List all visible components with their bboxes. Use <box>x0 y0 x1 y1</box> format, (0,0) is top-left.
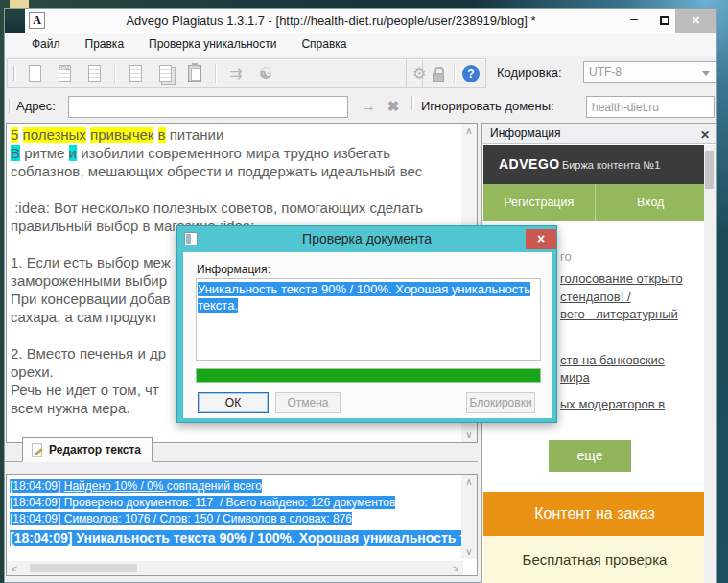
scrollbar-thumb[interactable] <box>30 564 137 572</box>
advego-nav: Регистрация Вход <box>483 184 706 221</box>
toolbar: ⇉ ☯ ⚙ ? Кодировка: UTF-8 <box>5 56 716 91</box>
edit-page-icon <box>32 443 42 456</box>
progress-bar <box>196 368 541 383</box>
window-title: Advego Plagiatus 1.3.1.7 - [http://healt… <box>48 9 614 33</box>
menu-item-3[interactable]: Проверка уникальности <box>149 37 276 51</box>
scroll-right-icon[interactable]: > <box>448 563 463 574</box>
news-link[interactable]: вего - литературный <box>560 307 678 321</box>
dialog-body: Информация: Уникальность текста 90% / 10… <box>183 252 552 418</box>
register-link[interactable]: Регистрация <box>483 184 595 221</box>
info-panel-title: Информация <box>490 127 560 140</box>
quick-check-button[interactable]: ⇉ <box>224 62 247 85</box>
editor-line <box>11 180 459 198</box>
help-button[interactable]: ? <box>462 62 480 85</box>
close-icon: × <box>537 231 545 246</box>
log-horizontal-scrollbar[interactable]: < > <box>7 561 463 575</box>
dialog-close-button[interactable]: × <box>526 229 556 249</box>
lock-icon <box>433 73 444 82</box>
news-link[interactable]: стендапов! / <box>560 290 631 304</box>
app-icon: A <box>29 12 45 29</box>
chevron-down-icon <box>702 71 710 76</box>
go-button[interactable]: → <box>358 96 379 117</box>
news-link[interactable]: ств на банковские <box>560 353 665 367</box>
address-label: Адрес: <box>16 99 56 113</box>
login-link[interactable]: Вход <box>595 184 707 221</box>
close-button[interactable]: × <box>675 9 716 33</box>
address-row: Адрес: → ✖ Игнорировать домены: <box>5 91 716 123</box>
check-document-dialog: Проверка документа × Информация: Уникаль… <box>176 225 557 423</box>
document-icon <box>88 65 101 82</box>
content-order-banner[interactable]: Контент на заказ <box>483 492 706 536</box>
dialog-message-box[interactable]: Уникальность текста 90% / 100%. Хорошая … <box>196 278 541 361</box>
ignore-domains-input[interactable] <box>586 96 715 118</box>
yin-yang-icon: ☯ <box>259 66 272 82</box>
encoding-label: Кодировка: <box>497 65 562 80</box>
free-check-banner[interactable]: Бесплатная проверка <box>483 536 706 583</box>
dialog-window-icon <box>184 232 198 245</box>
dialog-message: Уникальность текста 90% / 100%. Хорошая … <box>198 282 530 313</box>
scroll-left-icon[interactable]: < <box>7 563 22 574</box>
address-separator <box>411 96 414 110</box>
copy-button[interactable] <box>153 62 176 85</box>
more-button[interactable]: еще <box>549 440 631 472</box>
open-document-button[interactable] <box>82 62 106 85</box>
scrollbar-thumb[interactable] <box>705 151 714 189</box>
log-area[interactable]: [18:04:09] Найдено 10% / 0% совпадений в… <box>6 474 478 576</box>
encoding-select[interactable]: UTF-8 <box>583 61 716 83</box>
toolbar-separator <box>215 64 216 83</box>
close-icon: × <box>692 12 700 28</box>
log-line: [18:04:09] Уникальность текста 90% / 100… <box>10 529 459 548</box>
dialog-title: Проверка документа <box>177 226 556 252</box>
dialog-info-label: Информация: <box>197 263 270 276</box>
tab-editor-label: Редактор текста <box>49 443 141 456</box>
toolbar-separator <box>114 64 115 83</box>
menu-item-2[interactable]: Правка <box>85 37 125 51</box>
panel-close-icon[interactable]: ✕ <box>700 126 710 145</box>
desktop-gap <box>5 9 25 33</box>
copy-pages-icon <box>159 65 172 82</box>
maximize-icon <box>660 16 669 25</box>
scroll-down-icon[interactable]: ∨ <box>461 430 477 440</box>
tab-editor[interactable]: Редактор текста <box>22 437 153 462</box>
news-link[interactable]: голосование открыто <box>560 271 683 286</box>
menu-item-4[interactable]: Справка <box>301 37 346 51</box>
editor-line: 5 полезных привычек в питании <box>11 126 459 144</box>
address-input[interactable] <box>68 96 348 118</box>
panel-scrollbar[interactable] <box>704 145 716 583</box>
ok-button[interactable]: ОК <box>198 392 269 413</box>
blocks-button[interactable]: Блокировки <box>466 392 535 413</box>
deep-check-button[interactable]: ☯ <box>254 62 277 85</box>
news-link[interactable]: мира <box>560 370 590 385</box>
open-html-button[interactable] <box>53 62 76 85</box>
scroll-down-icon[interactable]: ∨ <box>461 547 477 557</box>
cut-button[interactable] <box>124 62 147 85</box>
cut-page-icon <box>129 65 142 82</box>
go-arrow-icon: → <box>361 98 376 114</box>
paste-clipboard-icon <box>188 65 201 82</box>
clear-address-button[interactable]: ✖ <box>383 96 404 117</box>
new-document-icon <box>29 65 41 82</box>
cancel-button[interactable]: Отмена <box>275 392 341 413</box>
scroll-up-icon[interactable]: ∧ <box>461 477 477 487</box>
news-link[interactable]: ых модераторов в <box>560 397 665 411</box>
log-line: [18:04:09] Проверено документов: 117 / В… <box>10 495 459 511</box>
settings-button[interactable]: ⚙ <box>412 62 426 85</box>
app-window: A Advego Plagiatus 1.3.1.7 - [http://hea… <box>4 8 717 583</box>
toolbar-main-group: ⇉ ☯ <box>7 58 423 88</box>
menu-item-1[interactable]: Файл <box>32 37 60 51</box>
minimize-button[interactable]: – <box>619 9 649 33</box>
minimize-icon: – <box>630 11 638 26</box>
pencil-icon <box>35 448 43 455</box>
ignore-domains-label: Игнорировать домены: <box>421 99 554 113</box>
check-arrows-icon: ⇉ <box>229 66 242 82</box>
paste-button[interactable] <box>183 62 206 85</box>
info-panel-header: Информация ✕ <box>482 124 716 144</box>
desktop: A Advego Plagiatus 1.3.1.7 - [http://hea… <box>0 0 728 583</box>
lock-button[interactable] <box>433 62 444 85</box>
html-page-icon <box>59 65 71 82</box>
log-vertical-scrollbar[interactable]: ∧ ∨ <box>461 475 477 559</box>
new-document-button[interactable] <box>23 62 46 85</box>
gear-icon: ⚙ <box>412 66 426 82</box>
help-icon: ? <box>462 65 480 82</box>
scroll-up-icon[interactable]: ∧ <box>461 126 477 136</box>
